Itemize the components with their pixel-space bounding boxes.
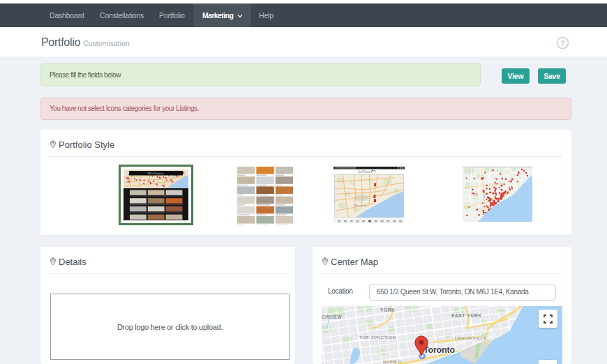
svg-text:Mia Shapiro: Mia Shapiro <box>147 172 165 175</box>
svg-text:YORK: YORK <box>380 308 395 312</box>
svg-text:THE JUNCTION: THE JUNCTION <box>359 335 396 340</box>
svg-text:Toronto: Toronto <box>424 345 455 355</box>
svg-text:?: ? <box>560 39 565 47</box>
svg-text:CHVIEW: CHVIEW <box>322 314 343 319</box>
svg-text:Mississauga: Mississauga <box>354 204 368 207</box>
svg-text:EAST YORK: EAST YORK <box>451 313 482 318</box>
svg-text:NORW O: NORW O <box>383 360 402 364</box>
svg-text:LESLIEVILLE: LESLIEVILLE <box>455 335 487 340</box>
svg-text:GoPhoto: GoPhoto <box>358 170 370 174</box>
